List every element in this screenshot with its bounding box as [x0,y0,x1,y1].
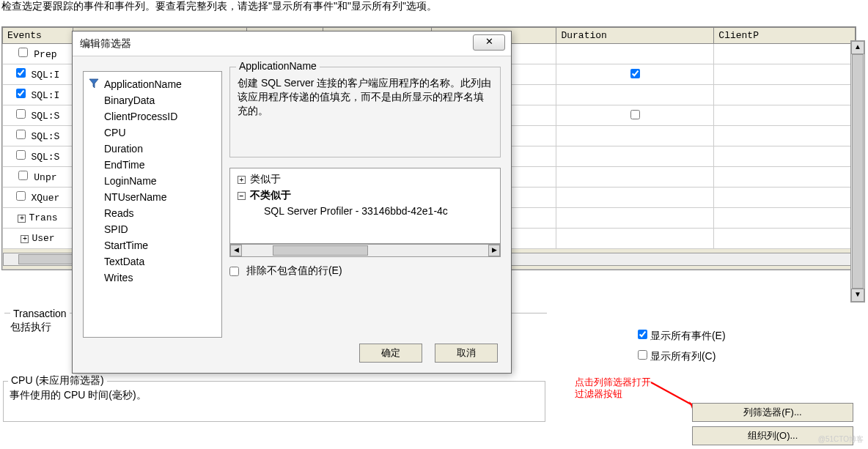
filter-list-item[interactable]: EndTime [87,157,218,173]
vertical-scrollbar[interactable]: ▲ ▼ [850,40,865,303]
tree-scroll-right-icon[interactable]: ▶ [488,245,500,256]
cancel-button[interactable]: 取消 [435,344,498,363]
event-cell[interactable]: SQL:I [3,64,73,85]
exclude-row[interactable]: 排除不包含值的行(E) [229,264,342,278]
filter-list-item[interactable]: BinaryData [87,92,218,108]
filter-list-item[interactable]: NTUserName [87,189,218,205]
event-checkbox[interactable] [16,130,26,139]
tree-leaf-value[interactable]: SQL Server Profiler - 33146bbd-42e1-4c [235,204,496,218]
edit-filter-dialog: 编辑筛选器 ✕ ApplicationNameBinaryDataClientP… [72,31,512,374]
column-header[interactable]: ClientP [714,28,856,44]
grid-cell[interactable] [714,105,856,126]
event-cell[interactable]: Prep [3,44,73,64]
filter-column-list[interactable]: ApplicationNameBinaryDataClientProcessID… [83,71,222,338]
tree-like-node[interactable]: +类似于 [235,171,496,188]
tree-scroll-left-icon[interactable]: ◀ [230,245,242,256]
grid-cell[interactable] [556,146,714,167]
filter-list-item[interactable]: Duration [87,141,218,157]
filter-list-item[interactable]: Reads [87,205,218,221]
grid-cell[interactable] [556,229,714,249]
show-all-cols-option[interactable]: 显示所有列(C) [638,350,828,363]
svg-marker-2 [89,79,98,88]
filter-list-item[interactable]: CPU [87,125,218,141]
grid-cell[interactable] [714,146,856,167]
column-checkbox[interactable] [630,110,640,119]
event-cell[interactable]: SQL:S [3,146,73,167]
filter-list-item[interactable]: ClientProcessID [87,108,218,125]
event-checkbox[interactable] [16,109,26,119]
filter-item-label: CPU [104,127,126,138]
cpu-legend: CPU (未应用筛选器) [8,374,107,387]
expand-icon[interactable]: + [18,215,26,223]
grid-cell[interactable] [556,44,714,64]
grid-cell[interactable] [556,188,714,208]
grid-cell[interactable] [714,64,856,85]
grid-cell[interactable] [556,64,714,85]
grid-cell[interactable] [714,126,856,146]
event-label: SQL:I [31,90,59,101]
exclude-label: 排除不包含值的行(E) [246,264,342,276]
grid-cell[interactable] [714,167,856,188]
grid-cell[interactable] [556,105,714,126]
funnel-icon [89,78,99,89]
event-cell[interactable]: Unpr [3,167,73,188]
vscroll-down-icon[interactable]: ▼ [851,289,864,302]
event-checkbox[interactable] [16,68,26,78]
show-all-events-label: 显示所有事件(E) [650,330,726,341]
exclude-checkbox[interactable] [229,267,239,276]
column-header[interactable]: Events [3,28,73,44]
filter-list-item[interactable]: ApplicationName [87,76,218,92]
grid-cell[interactable] [714,188,856,208]
event-cell[interactable]: +Trans [3,208,73,229]
expand-icon[interactable]: + [238,176,246,184]
event-cell[interactable]: SQL:S [3,105,73,126]
dialog-titlebar[interactable]: 编辑筛选器 ✕ [73,31,511,56]
grid-cell[interactable] [714,85,856,105]
event-checkbox[interactable] [16,89,26,98]
column-filter-button[interactable]: 列筛选器(F)... [692,403,853,422]
filter-list-item[interactable]: SPID [87,221,218,237]
event-cell[interactable]: +User [3,229,73,249]
grid-cell[interactable] [714,44,856,64]
event-cell[interactable]: SQL:I [3,85,73,105]
dialog-close-button[interactable]: ✕ [473,34,505,51]
grid-cell[interactable] [556,126,714,146]
tree-scrollbar[interactable]: ◀ ▶ [229,244,501,257]
grid-cell[interactable] [556,85,714,105]
column-header[interactable]: Duration [556,28,714,44]
display-options: 显示所有事件(E) 显示所有列(C) [638,330,828,371]
filter-criteria-tree[interactable]: +类似于 −不类似于 SQL Server Profiler - 33146bb… [229,168,501,244]
show-all-events-checkbox[interactable] [638,330,647,339]
event-checkbox[interactable] [16,150,26,160]
cpu-group: CPU (未应用筛选器) 事件使用的 CPU 时间(毫秒)。 [3,381,545,422]
grid-cell[interactable] [714,229,856,249]
event-checkbox[interactable] [16,191,26,201]
ok-button[interactable]: 确定 [359,344,422,363]
expand-icon[interactable]: + [21,235,29,243]
filter-list-item[interactable]: TextData [87,253,218,270]
event-checkbox[interactable] [18,48,28,57]
column-checkbox[interactable] [630,69,640,78]
show-all-events-option[interactable]: 显示所有事件(E) [638,330,828,343]
event-cell[interactable]: XQuer [3,188,73,208]
filter-list-item[interactable]: LoginName [87,173,218,189]
event-label: XQuer [31,193,59,204]
grid-cell[interactable] [556,167,714,188]
cpu-text: 事件使用的 CPU 时间(毫秒)。 [10,389,539,402]
collapse-icon[interactable]: − [238,192,246,200]
tree-notlike-node[interactable]: −不类似于 [235,188,496,204]
filter-item-label: EndTime [104,159,145,171]
vscroll-thumb[interactable] [852,54,864,289]
show-all-cols-checkbox[interactable] [638,350,647,360]
filter-list-item[interactable]: StartTime [87,237,218,253]
tree-scroll-thumb[interactable] [273,245,368,256]
filter-item-label: ClientProcessID [104,111,177,122]
event-cell[interactable]: SQL:S [3,126,73,146]
filter-list-item[interactable]: Writes [87,270,218,286]
svg-line-0 [651,382,696,407]
grid-cell[interactable] [556,208,714,229]
event-checkbox[interactable] [18,171,28,180]
grid-cell[interactable] [714,208,856,229]
filter-item-label: Duration [104,143,143,155]
vscroll-up-icon[interactable]: ▲ [851,41,864,54]
